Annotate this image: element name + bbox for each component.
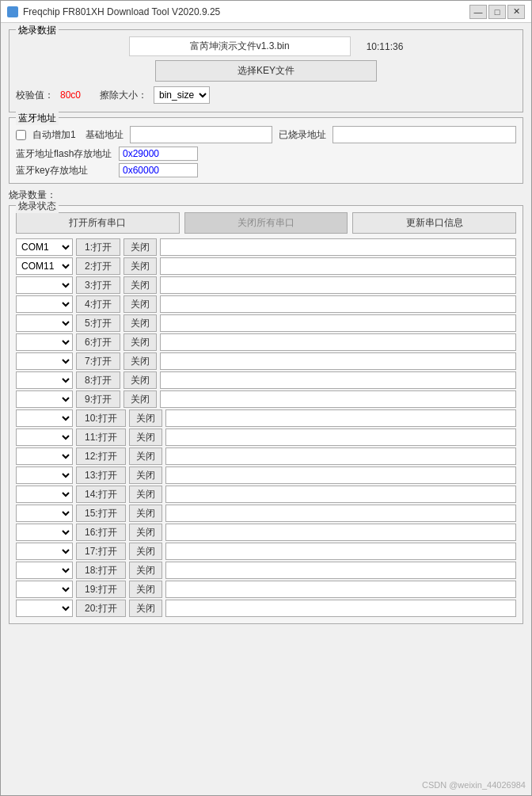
erase-size-select[interactable]: bin_size 4K 8K	[154, 86, 210, 104]
port-close-btn-20[interactable]: 关闭	[129, 600, 162, 617]
port-open-btn-11[interactable]: 11:打开	[76, 428, 126, 446]
port-close-btn-9[interactable]: 关闭	[124, 390, 157, 408]
base-address-label: 基础地址	[86, 128, 124, 142]
file-display: 富芮坤演示文件v1.3.bin	[129, 36, 351, 56]
port-close-btn-8[interactable]: 关闭	[124, 371, 157, 389]
port-select-14[interactable]: COM1COM2COM3COM4COM5COM6COM7COM8COM9COM1…	[16, 486, 73, 503]
port-open-btn-9[interactable]: 9:打开	[76, 390, 120, 408]
port-select-11[interactable]: COM1COM2COM3COM4COM5COM6COM7COM8COM9COM1…	[16, 428, 73, 446]
port-select-17[interactable]: COM1COM2COM3COM4COM5COM6COM7COM8COM9COM1…	[16, 543, 73, 560]
port-row-20: COM1COM2COM3COM4COM5COM6COM7COM8COM9COM1…	[16, 600, 516, 617]
close-all-ports-button[interactable]: 关闭所有串口	[184, 212, 348, 234]
port-row-9: COM1COM2COM3COM4COM5COM6COM7COM8COM9COM1…	[16, 390, 516, 408]
port-close-btn-7[interactable]: 关闭	[124, 352, 157, 370]
port-open-btn-17[interactable]: 17:打开	[76, 543, 126, 560]
port-open-btn-7[interactable]: 7:打开	[76, 352, 120, 370]
port-status-17	[165, 543, 516, 560]
port-select-6[interactable]: COM1COM2COM3COM4COM5COM6COM7COM8COM9COM1…	[16, 333, 73, 351]
refresh-ports-button[interactable]: 更新串口信息	[352, 212, 516, 234]
port-status-12	[165, 448, 516, 465]
port-close-btn-13[interactable]: 关闭	[129, 467, 162, 484]
port-row-7: COM1COM2COM3COM4COM5COM6COM7COM8COM9COM1…	[16, 352, 516, 370]
port-select-15[interactable]: COM1COM2COM3COM4COM5COM6COM7COM8COM9COM1…	[16, 505, 73, 522]
port-select-9[interactable]: COM1COM2COM3COM4COM5COM6COM7COM8COM9COM1…	[16, 390, 73, 408]
port-close-btn-18[interactable]: 关闭	[129, 562, 162, 579]
port-open-btn-20[interactable]: 20:打开	[76, 600, 126, 617]
checksum-row: 校验值： 80c0 擦除大小： bin_size 4K 8K	[16, 86, 516, 104]
port-close-btn-4[interactable]: 关闭	[124, 295, 157, 313]
port-open-btn-1[interactable]: 1:打开	[76, 238, 120, 256]
port-close-btn-16[interactable]: 关闭	[129, 524, 162, 541]
port-close-btn-17[interactable]: 关闭	[129, 543, 162, 560]
port-close-btn-3[interactable]: 关闭	[124, 276, 157, 294]
key-address-value: 0x60000	[119, 163, 198, 177]
port-select-19[interactable]: COM1COM2COM3COM4COM5COM6COM7COM8COM9COM1…	[16, 581, 73, 598]
port-select-18[interactable]: COM1COM2COM3COM4COM5COM6COM7COM8COM9COM1…	[16, 562, 73, 579]
port-status-15	[165, 505, 516, 522]
title-controls: — □ ✕	[469, 5, 525, 19]
burned-address-input[interactable]	[332, 126, 516, 143]
burn-count-label: 烧录数量：	[9, 189, 523, 202]
port-select-1[interactable]: COM1COM2COM3COM4COM5COM6COM7COM8COM9COM1…	[16, 238, 73, 256]
port-row-2: COM1COM2COM3COM4COM5COM6COM7COM8COM9COM1…	[16, 257, 516, 275]
maximize-button[interactable]: □	[488, 5, 506, 19]
base-address-input[interactable]	[130, 126, 272, 143]
port-open-btn-4[interactable]: 4:打开	[76, 295, 120, 313]
minimize-button[interactable]: —	[469, 5, 487, 19]
port-open-btn-6[interactable]: 6:打开	[76, 333, 120, 351]
select-key-button[interactable]: 选择KEY文件	[155, 60, 377, 82]
port-select-20[interactable]: COM1COM2COM3COM4COM5COM6COM7COM8COM9COM1…	[16, 600, 73, 617]
port-select-5[interactable]: COM1COM2COM3COM4COM5COM6COM7COM8COM9COM1…	[16, 314, 73, 332]
key-address-label: 蓝牙key存放地址	[16, 164, 119, 177]
port-open-btn-5[interactable]: 5:打开	[76, 314, 120, 332]
port-status-14	[165, 486, 516, 503]
port-open-btn-15[interactable]: 15:打开	[76, 505, 126, 522]
open-all-ports-button[interactable]: 打开所有串口	[16, 212, 180, 234]
checksum-label: 校验值：	[16, 89, 54, 102]
port-row-1: COM1COM2COM3COM4COM5COM6COM7COM8COM9COM1…	[16, 238, 516, 256]
port-close-btn-10[interactable]: 关闭	[129, 409, 162, 427]
port-select-8[interactable]: COM1COM2COM3COM4COM5COM6COM7COM8COM9COM1…	[16, 371, 73, 389]
port-row-10: COM1COM2COM3COM4COM5COM6COM7COM8COM9COM1…	[16, 409, 516, 427]
port-open-btn-12[interactable]: 12:打开	[76, 448, 126, 465]
port-select-16[interactable]: COM1COM2COM3COM4COM5COM6COM7COM8COM9COM1…	[16, 524, 73, 541]
port-close-btn-6[interactable]: 关闭	[124, 333, 157, 351]
port-open-btn-19[interactable]: 19:打开	[76, 581, 126, 598]
port-select-2[interactable]: COM1COM2COM3COM4COM5COM6COM7COM8COM9COM1…	[16, 257, 73, 275]
port-row-13: COM1COM2COM3COM4COM5COM6COM7COM8COM9COM1…	[16, 467, 516, 484]
port-select-13[interactable]: COM1COM2COM3COM4COM5COM6COM7COM8COM9COM1…	[16, 467, 73, 484]
title-bar-left: Freqchip FR801XH Download Tool V2020.9.2…	[7, 6, 220, 17]
close-button[interactable]: ✕	[507, 5, 525, 19]
port-select-4[interactable]: COM1COM2COM3COM4COM5COM6COM7COM8COM9COM1…	[16, 295, 73, 313]
port-row-14: COM1COM2COM3COM4COM5COM6COM7COM8COM9COM1…	[16, 486, 516, 503]
port-status-11	[165, 428, 516, 446]
port-close-btn-11[interactable]: 关闭	[129, 428, 162, 446]
port-close-btn-19[interactable]: 关闭	[129, 581, 162, 598]
port-close-btn-1[interactable]: 关闭	[124, 238, 157, 256]
port-row-4: COM1COM2COM3COM4COM5COM6COM7COM8COM9COM1…	[16, 295, 516, 313]
port-open-btn-18[interactable]: 18:打开	[76, 562, 126, 579]
port-select-10[interactable]: COM1COM2COM3COM4COM5COM6COM7COM8COM9COM1…	[16, 409, 73, 427]
port-select-3[interactable]: COM1COM2COM3COM4COM5COM6COM7COM8COM9COM1…	[16, 276, 73, 294]
port-close-btn-2[interactable]: 关闭	[124, 257, 157, 275]
port-status-8	[160, 371, 516, 389]
port-close-btn-14[interactable]: 关闭	[129, 486, 162, 503]
port-open-btn-10[interactable]: 10:打开	[76, 409, 126, 427]
auto-increment-checkbox[interactable]	[16, 130, 26, 140]
port-close-btn-12[interactable]: 关闭	[129, 448, 162, 465]
port-select-7[interactable]: COM1COM2COM3COM4COM5COM6COM7COM8COM9COM1…	[16, 352, 73, 370]
port-open-btn-14[interactable]: 14:打开	[76, 486, 126, 503]
bt-address-title: 蓝牙地址	[16, 112, 59, 125]
port-close-btn-5[interactable]: 关闭	[124, 314, 157, 332]
port-open-btn-8[interactable]: 8:打开	[76, 371, 120, 389]
port-open-btn-2[interactable]: 2:打开	[76, 257, 120, 275]
flash-address-row: 蓝牙地址flash存放地址 0x29000	[16, 147, 516, 161]
port-open-btn-3[interactable]: 3:打开	[76, 276, 120, 294]
flash-address-label: 蓝牙地址flash存放地址	[16, 147, 119, 161]
port-select-12[interactable]: COM1COM2COM3COM4COM5COM6COM7COM8COM9COM1…	[16, 448, 73, 465]
port-close-btn-15[interactable]: 关闭	[129, 505, 162, 522]
port-status-6	[160, 333, 516, 351]
port-status-7	[160, 352, 516, 370]
port-open-btn-16[interactable]: 16:打开	[76, 524, 126, 541]
port-open-btn-13[interactable]: 13:打开	[76, 467, 126, 484]
